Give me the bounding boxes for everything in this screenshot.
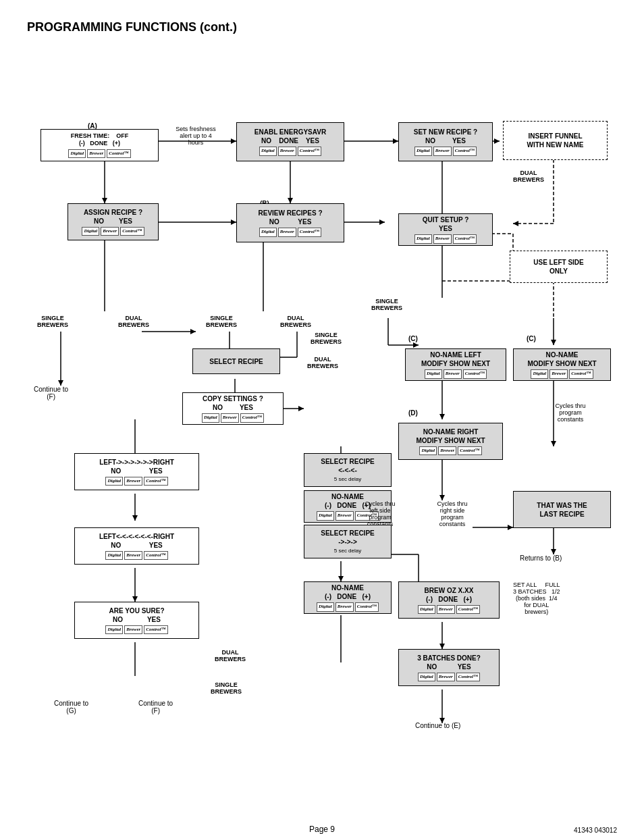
enable-energy-box: ENABL ENERGYSAVR NO DONE YES Digital Bre… [236, 122, 344, 161]
svg-marker-31 [190, 329, 196, 334]
no-name-right-d-box: NO-NAME RIGHT MODIFY SHOW NEXT Digital B… [398, 423, 503, 460]
continue-e-label: Continue to (E) [415, 722, 460, 729]
svg-marker-47 [298, 406, 304, 411]
svg-marker-56 [132, 515, 138, 521]
sets-freshness-label: Sets freshnessalert up to 4hours [165, 126, 226, 146]
svg-marker-69 [551, 549, 556, 554]
label-c-left: (C) [408, 335, 418, 342]
cycles-constants-right-label: Cycles thruprogramconstants [530, 402, 611, 423]
set-all-batches-label: SET ALL FULL 3 BATCHES 1/2 (both sides 1… [513, 581, 560, 615]
dual-brewers-label-4: DUALBREWERS [307, 356, 338, 369]
svg-marker-7 [393, 138, 398, 144]
no-name-right-c-box: NO-NAME MODIFY SHOW NEXT Digital Brewer … [513, 348, 611, 381]
svg-marker-61 [439, 414, 445, 419]
that-was-last-box: THAT WAS THE LAST RECIPE [513, 491, 611, 528]
svg-marker-26 [379, 219, 385, 225]
select-recipe-box-3: SELECT RECIPE ->->-> 5 sec delay [304, 525, 392, 558]
dual-brewers-bottom: DUALBREWERS [215, 649, 246, 662]
insert-funnel-box: INSERT FUNNEL WITH NEW NAME [503, 121, 608, 160]
svg-marker-71 [508, 525, 513, 530]
dual-brewers-label-2: DUALBREWERS [118, 315, 149, 328]
no-name-left-box: NO-NAME LEFT MODIFY SHOW NEXT Digital Br… [405, 348, 506, 381]
are-you-sure-box: ARE YOU SURE? NO YES Digital Brewer Cont… [74, 602, 199, 639]
svg-marker-65 [439, 495, 445, 500]
assign-recipe-box: ASSIGN RECIPE ? NO YES Digital Brewer Co… [68, 203, 159, 240]
svg-marker-67 [439, 644, 445, 649]
label-c-right: (C) [527, 335, 536, 342]
svg-marker-5 [288, 198, 293, 203]
use-left-side-box: USE LEFT SIDE ONLY [510, 251, 608, 283]
doc-number: 41343 043012 [574, 827, 617, 834]
select-recipe-box-2: SELECT RECIPE <-<-<- 5 sec delay [304, 453, 392, 487]
single-brewers-label-4: SINGLEBREWERS [311, 332, 342, 345]
svg-marker-53 [338, 576, 344, 581]
cycles-right-label: Cycles thruright sideprogramconstants [422, 500, 483, 527]
svg-marker-58 [132, 596, 138, 602]
svg-marker-3 [231, 138, 236, 144]
brew-oz-box: BREW OZ X.XX (-) DONE (+) Digital Brewer… [398, 581, 500, 619]
page-footer: Page 9 [0, 818, 644, 834]
left-right-1-box: LEFT->->->->->->RIGHT NO YES Digital Bre… [74, 453, 199, 490]
select-recipe-box-1: SELECT RECIPE [192, 348, 280, 374]
returns-b-label: Returns to (B) [520, 554, 562, 562]
svg-marker-1 [102, 198, 107, 203]
set-new-recipe-box: SET NEW RECIPE ? NO YES Digital Brewer C… [398, 122, 493, 161]
single-brewers-label-3: SINGLEBREWERS [206, 315, 237, 328]
svg-marker-39 [413, 342, 419, 348]
single-brewers-bottom: SINGLEBREWERS [211, 681, 242, 695]
review-recipes-box: REVIEW RECIPES ? NO YES Digital Brewer C… [236, 203, 344, 242]
svg-marker-15 [513, 221, 518, 226]
single-brewers-label-1: SINGLEBREWERS [37, 315, 68, 328]
label-d: (D) [408, 409, 418, 417]
svg-marker-63 [551, 441, 556, 446]
svg-marker-41 [551, 340, 556, 345]
dual-brewers-label-1: DUALBREWERS [513, 170, 544, 183]
page-title: PROGRAMMING FUNCTIONS (cont.) [0, 0, 644, 41]
cycles-left-label: Cycles thruleft sideprogramconstants [350, 500, 410, 527]
continue-f-1: Continue to(F) [34, 386, 68, 400]
continue-f-2: Continue to(F) [138, 700, 173, 714]
dual-brewers-label-3: DUALBREWERS [280, 315, 311, 328]
svg-marker-24 [231, 219, 236, 225]
copy-settings-box: COPY SETTINGS ? NO YES Digital Brewer Co… [182, 392, 284, 425]
3-batches-done-box: 3 BATCHES DONE? NO YES Digital Brewer Co… [398, 649, 500, 686]
svg-marker-29 [58, 380, 63, 386]
no-name-done-2-box: NO-NAME (-) DONE (+) Digital Brewer Cont… [304, 581, 392, 614]
continue-g-label: Continue to(G) [54, 700, 88, 714]
single-brewers-label-2: SINGLEBREWERS [371, 298, 402, 311]
fresh-time-box: FRESH TIME: OFF (-) DONE (+) Digital Bre… [41, 129, 159, 161]
quit-setup-box: QUIT SETUP ? YES Digital Brewer Control™ [398, 213, 493, 246]
left-right-2-box: LEFT<-<-<-<-<-<-RIGHT NO YES Digital Bre… [74, 527, 199, 565]
svg-marker-9 [494, 138, 500, 144]
